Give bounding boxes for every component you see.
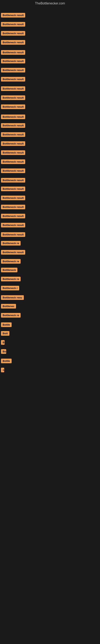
list-item: Bottleneck result — [1, 250, 25, 256]
bottleneck-badge[interactable]: Bottleneck r — [1, 286, 19, 290]
items-container: Bottleneck resultBottleneck resultBottle… — [0, 7, 100, 631]
list-item: Bottle — [1, 322, 12, 328]
bottleneck-badge[interactable]: Bottleneck result — [1, 50, 25, 55]
bottleneck-badge[interactable]: n — [1, 368, 4, 372]
page-wrapper: TheBottlenecker.com Bottleneck resultBot… — [0, 0, 100, 644]
list-item: Bott — [1, 331, 9, 336]
list-item: Bottleneck resu — [1, 295, 24, 301]
list-item: Bottleneck result — [1, 141, 25, 147]
list-item: Bottleneck result — [1, 150, 25, 156]
list-item: Bottleneck re — [1, 241, 21, 246]
bottleneck-badge[interactable]: Bottleneck result — [1, 123, 25, 128]
bottleneck-badge[interactable]: Bott — [1, 331, 9, 336]
bottleneck-badge[interactable]: Bottleneck result — [1, 59, 25, 64]
list-item: Bottleneck — [1, 268, 17, 273]
bottleneck-badge[interactable]: Bottleneck result — [1, 114, 25, 119]
bottleneck-badge[interactable]: B — [1, 340, 4, 345]
list-item: Bo — [1, 349, 6, 354]
bottleneck-badge[interactable]: Bottleneck result — [1, 86, 25, 91]
list-item: Bottleneck r — [1, 286, 19, 291]
list-item: Bottleneck result — [1, 186, 25, 192]
list-item: Bottleneck result — [1, 40, 25, 46]
bottleneck-badge[interactable]: Bottle — [1, 359, 12, 363]
site-title: TheBottlenecker.com — [0, 0, 100, 7]
bottleneck-badge[interactable]: Bottleneck result — [1, 132, 25, 137]
list-item: Bottleneck result — [1, 68, 25, 73]
list-item: B — [1, 340, 4, 346]
list-item: Bottleneck result — [1, 96, 25, 101]
bottleneck-badge[interactable]: Bottleneck re — [1, 259, 21, 264]
bottleneck-badge[interactable]: Bottleneck re — [1, 313, 21, 318]
bottleneck-badge[interactable]: Bottleneck resu — [1, 295, 24, 300]
list-item: Bottleneck result — [1, 77, 25, 82]
list-item: Bottleneck result — [1, 86, 25, 92]
bottleneck-badge[interactable]: Bottleneck result — [1, 250, 25, 254]
bottleneck-badge[interactable]: Bottleneck result — [1, 168, 25, 173]
bottleneck-badge[interactable]: Bottleneck result — [1, 68, 25, 72]
bottleneck-badge[interactable]: Bottleneck result — [1, 178, 25, 182]
list-item: Bottleneck re — [1, 259, 21, 264]
bottleneck-badge[interactable]: Bo — [1, 349, 6, 354]
bottleneck-badge[interactable]: Bottleneck result — [1, 150, 25, 155]
list-item: n — [1, 368, 4, 373]
list-item: Bottle — [1, 359, 12, 364]
bottleneck-badge[interactable]: Bottleneck re — [1, 241, 21, 246]
bottleneck-badge[interactable]: Bottle — [1, 322, 12, 327]
list-item: Bottleneck result — [1, 22, 25, 27]
list-item: Bottleneck result — [1, 31, 25, 36]
list-item: Bottleneck result — [1, 168, 25, 174]
bottleneck-badge[interactable]: Bottleneck result — [1, 214, 25, 218]
bottleneck-badge[interactable]: Bottleneck — [1, 268, 17, 272]
bottleneck-badge[interactable]: Bottleneck result — [1, 96, 25, 100]
list-item: Bottleneck result — [1, 123, 25, 128]
bottleneck-badge[interactable]: Bottleneck result — [1, 104, 25, 109]
bottleneck-badge[interactable]: Bottleneck result — [1, 223, 25, 228]
bottleneck-badge[interactable]: Bottleneck result — [1, 186, 25, 191]
list-item: Bottleneck result — [1, 50, 25, 56]
list-item: Bottleneck re — [1, 277, 21, 282]
bottleneck-badge[interactable]: Bottlenec — [1, 304, 16, 308]
bottleneck-badge[interactable]: Bottleneck re — [1, 277, 21, 281]
bottleneck-badge[interactable]: Bottleneck result — [1, 13, 25, 18]
bottleneck-badge[interactable]: Bottleneck result — [1, 160, 25, 164]
bottleneck-badge[interactable]: Bottleneck result — [1, 205, 25, 209]
list-item: Bottleneck re — [1, 313, 21, 318]
bottleneck-badge[interactable]: Bottleneck result — [1, 31, 25, 36]
list-item: Bottleneck result — [1, 232, 25, 238]
list-item: Bottleneck result — [1, 132, 25, 138]
list-item: Bottlenec — [1, 304, 16, 309]
list-item: Bottleneck result — [1, 205, 25, 210]
list-item: Bottleneck result — [1, 59, 25, 64]
list-item: Bottleneck result — [1, 223, 25, 228]
list-item: Bottleneck result — [1, 196, 25, 201]
bottleneck-badge[interactable]: Bottleneck result — [1, 40, 25, 45]
list-item: Bottleneck result — [1, 114, 25, 120]
bottleneck-badge[interactable]: Bottleneck result — [1, 196, 25, 200]
list-item: Bottleneck result — [1, 104, 25, 110]
list-item: Bottleneck result — [1, 160, 25, 165]
list-item: Bottleneck result — [1, 214, 25, 219]
list-item: Bottleneck result — [1, 13, 25, 18]
bottleneck-badge[interactable]: Bottleneck result — [1, 22, 25, 26]
bottleneck-badge[interactable]: Bottleneck result — [1, 232, 25, 237]
bottleneck-badge[interactable]: Bottleneck result — [1, 77, 25, 82]
list-item: Bottleneck result — [1, 178, 25, 183]
bottleneck-badge[interactable]: Bottleneck result — [1, 141, 25, 146]
